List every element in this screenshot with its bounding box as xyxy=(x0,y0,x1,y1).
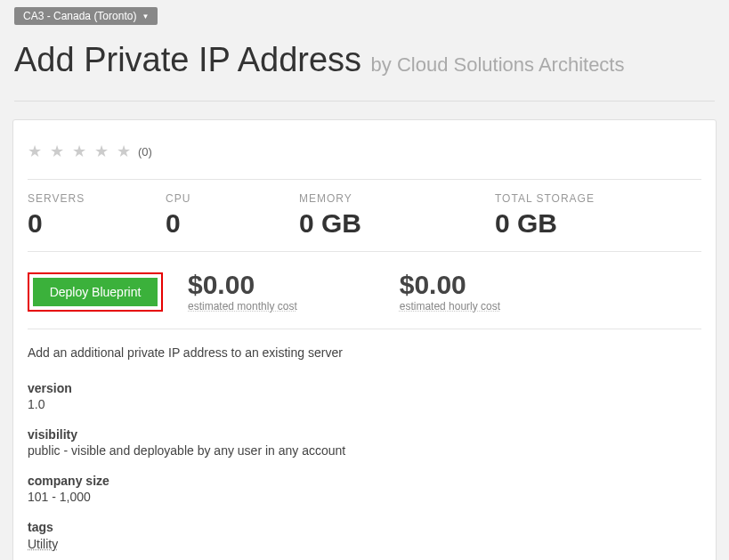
meta-visibility-label: visibility xyxy=(28,427,701,442)
stat-storage-label: TOTAL STORAGE xyxy=(495,192,701,205)
stat-memory-label: MEMORY xyxy=(299,192,495,205)
meta-company-size-label: company size xyxy=(28,474,701,488)
stat-cpu-value: 0 xyxy=(166,208,299,239)
stats-row: SERVERS 0 CPU 0 MEMORY 0 GB TOTAL STORAG… xyxy=(28,192,701,248)
header-divider xyxy=(14,101,715,101)
meta-tags: tags Utility xyxy=(28,520,701,552)
stat-storage: TOTAL STORAGE 0 GB xyxy=(495,192,701,239)
meta-visibility-value: public - visible and deployable by any u… xyxy=(28,443,701,458)
stat-servers: SERVERS 0 xyxy=(28,192,166,239)
blueprint-description: Add an additional private IP address to … xyxy=(28,345,701,360)
rating-row: ★ ★ ★ ★ ★ (0) xyxy=(28,142,701,175)
monthly-cost-value: $0.00 xyxy=(188,272,297,298)
meta-version-value: 1.0 xyxy=(28,397,701,411)
meta-version-label: version xyxy=(28,381,701,395)
stat-servers-label: SERVERS xyxy=(28,192,166,205)
deploy-blueprint-button[interactable]: Deploy Blueprint xyxy=(33,278,158,306)
meta-company-size-value: 101 - 1,000 xyxy=(28,490,701,504)
monthly-cost-label: estimated monthly cost xyxy=(188,300,297,312)
meta-visibility: visibility public - visible and deployab… xyxy=(28,427,701,458)
stat-servers-value: 0 xyxy=(28,208,166,239)
hourly-cost-value: $0.00 xyxy=(400,272,500,298)
page-header: Add Private IP Address by Cloud Solution… xyxy=(0,25,729,88)
monthly-cost: $0.00 estimated monthly cost xyxy=(188,272,297,312)
page-title: Add Private IP Address xyxy=(14,41,361,78)
hourly-cost-label: estimated hourly cost xyxy=(400,300,500,312)
deploy-highlight-box: Deploy Blueprint xyxy=(28,272,163,312)
deploy-row: Deploy Blueprint $0.00 estimated monthly… xyxy=(28,264,701,325)
card-divider-1 xyxy=(28,179,701,180)
card-divider-3 xyxy=(28,329,701,329)
meta-version: version 1.0 xyxy=(28,381,701,411)
hourly-cost: $0.00 estimated hourly cost xyxy=(400,272,500,312)
stat-cpu-label: CPU xyxy=(166,192,299,205)
stat-memory: MEMORY 0 GB xyxy=(299,192,495,239)
card-divider-2 xyxy=(28,251,701,252)
chevron-down-icon: ▼ xyxy=(142,12,149,20)
region-selector[interactable]: CA3 - Canada (Toronto) ▼ xyxy=(14,7,158,25)
stat-memory-value: 0 GB xyxy=(299,208,495,239)
rating-stars[interactable]: ★ ★ ★ ★ ★ xyxy=(28,142,133,161)
author-line: by Cloud Solutions Architects xyxy=(371,53,625,76)
meta-company-size: company size 101 - 1,000 xyxy=(28,474,701,504)
tag-link-utility[interactable]: Utility xyxy=(28,537,58,551)
region-label: CA3 - Canada (Toronto) xyxy=(23,10,136,22)
blueprint-card: ★ ★ ★ ★ ★ (0) SERVERS 0 CPU 0 MEMORY 0 G… xyxy=(12,119,717,560)
meta-tags-label: tags xyxy=(28,520,701,534)
stat-cpu: CPU 0 xyxy=(166,192,299,239)
stat-storage-value: 0 GB xyxy=(495,208,701,239)
rating-count: (0) xyxy=(138,145,152,158)
